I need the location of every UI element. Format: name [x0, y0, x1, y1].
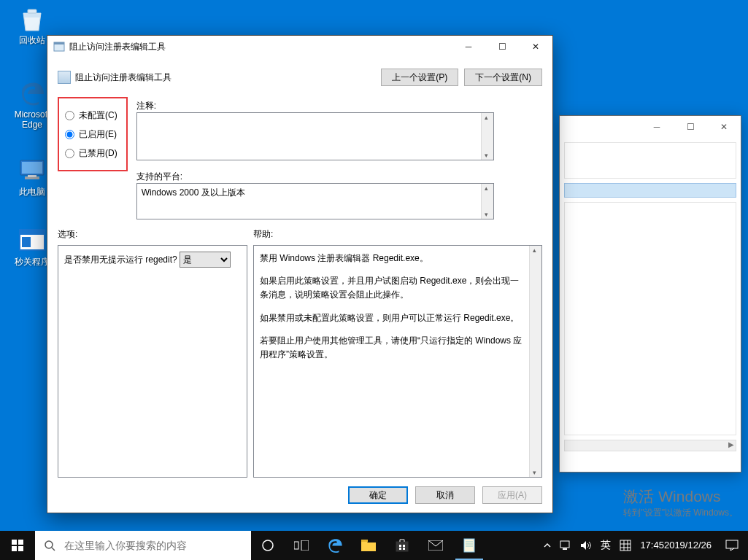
tray-notifications-icon[interactable] [716, 531, 748, 560]
maximize-button[interactable]: ☐ [485, 36, 519, 58]
svg-rect-26 [560, 541, 569, 548]
app-icon [18, 226, 47, 255]
tray-date: 2019/12/26 [664, 540, 712, 551]
platform-text: Windows 2000 及以上版本 [137, 184, 493, 219]
policy-header-title: 阻止访问注册表编辑工具 [75, 71, 375, 84]
dialog-title-icon [53, 41, 65, 52]
search-input[interactable] [64, 532, 251, 559]
policy-dialog: 阻止访问注册表编辑工具 ─ ☐ ✕ 阻止访问注册表编辑工具 上一个设置(P) 下… [47, 35, 553, 513]
config-radio-group: 未配置(C) 已启用(E) 已禁用(D) [58, 97, 128, 171]
close-button[interactable]: ✕ [707, 116, 741, 138]
policy-icon [58, 71, 71, 84]
help-text: 如果禁用或未配置此策略设置，则用户可以正常运行 Regedit.exe。 [260, 311, 525, 325]
tray-ime-indicator[interactable]: 英 [596, 531, 615, 560]
option-select-silent-regedit[interactable]: 是 [180, 252, 231, 268]
next-setting-button[interactable]: 下一个设置(N) [464, 69, 542, 86]
svg-rect-14 [301, 540, 309, 551]
help-text: 如果启用此策略设置，并且用户试图启动 Regedit.exe，则会出现一条消息，… [260, 274, 525, 302]
dialog-title: 阻止访问注册表编辑工具 [69, 41, 452, 53]
activation-watermark: 激活 Windows 转到"设置"以激活 Windows。 [623, 486, 738, 519]
dialog-titlebar: 阻止访问注册表编辑工具 ─ ☐ ✕ [47, 36, 552, 58]
ok-button[interactable]: 确定 [348, 486, 408, 504]
radio-disabled[interactable]: 已禁用(D) [65, 144, 117, 163]
taskbar-search[interactable] [35, 531, 251, 560]
label-options: 选项: [58, 228, 253, 241]
svg-rect-27 [563, 548, 567, 550]
cortana-icon[interactable] [251, 531, 285, 560]
cancel-button[interactable]: 取消 [415, 486, 475, 504]
svg-rect-33 [726, 540, 738, 548]
taskbar-app-mail[interactable] [419, 531, 452, 560]
taskbar-app-explorer[interactable] [352, 531, 385, 560]
minimize-button[interactable]: ─ [452, 36, 485, 58]
svg-rect-2 [22, 162, 42, 174]
svg-rect-9 [54, 42, 64, 44]
label-comment: 注释: [136, 97, 190, 112]
this-pc-icon [18, 156, 47, 185]
tray-volume-icon[interactable] [576, 531, 596, 560]
vertical-scrollbar[interactable] [481, 184, 493, 219]
svg-rect-13 [294, 542, 298, 549]
svg-rect-22 [464, 539, 474, 552]
taskbar-app-notepad[interactable] [452, 531, 486, 560]
tray-ime-icon[interactable] [615, 531, 636, 560]
svg-rect-28 [620, 540, 631, 551]
svg-rect-0 [28, 9, 36, 13]
svg-rect-20 [403, 548, 405, 550]
horizontal-scrollbar[interactable] [564, 440, 736, 451]
taskbar: 英 17:45 2019/12/26 [0, 531, 748, 560]
help-text: 若要阻止用户使用其他管理工具，请使用“只运行指定的 Windows 应用程序”策… [260, 334, 525, 362]
recycle-bin-icon [18, 4, 47, 34]
edge-icon [18, 79, 47, 108]
svg-rect-18 [403, 545, 405, 547]
tray-show-hidden-icon[interactable] [539, 531, 555, 560]
option-question: 是否禁用无提示运行 regedit? [64, 254, 177, 265]
background-window: ─ ☐ ✕ [559, 115, 741, 472]
svg-rect-16 [396, 542, 408, 551]
label-supported-platform: 支持的平台: [136, 168, 190, 183]
windows-logo-icon [12, 540, 23, 551]
label-help: 帮助: [253, 228, 273, 241]
vertical-scrollbar[interactable] [481, 113, 493, 160]
vertical-scrollbar[interactable] [529, 246, 541, 477]
options-pane: 是否禁用无提示运行 regedit? 是 [58, 245, 247, 478]
radio-enabled-input[interactable] [65, 130, 74, 139]
radio-not-configured-input[interactable] [65, 111, 74, 120]
svg-rect-6 [20, 230, 45, 235]
radio-not-configured[interactable]: 未配置(C) [65, 106, 117, 125]
apply-button[interactable]: 应用(A) [482, 486, 542, 504]
platform-textarea: Windows 2000 及以上版本 [136, 183, 494, 219]
comment-textarea[interactable] [136, 112, 494, 160]
svg-rect-17 [399, 545, 401, 547]
taskbar-app-edge[interactable] [318, 531, 352, 560]
maximize-button[interactable]: ☐ [674, 116, 707, 138]
svg-rect-15 [361, 540, 368, 542]
tray-time: 17:45 [640, 540, 664, 551]
tray-clock[interactable]: 17:45 2019/12/26 [636, 531, 716, 560]
svg-line-11 [52, 548, 55, 551]
tray-network-icon[interactable] [555, 531, 576, 560]
taskbar-app-store[interactable] [385, 531, 419, 560]
help-pane: 禁用 Windows 注册表编辑器 Regedit.exe。 如果启用此策略设置… [253, 245, 542, 478]
minimize-button[interactable]: ─ [640, 116, 674, 138]
task-view-icon[interactable] [285, 531, 318, 560]
radio-enabled[interactable]: 已启用(E) [65, 125, 117, 144]
help-text: 禁用 Windows 注册表编辑器 Regedit.exe。 [260, 252, 525, 265]
close-button[interactable]: ✕ [519, 36, 552, 58]
svg-rect-7 [22, 237, 31, 247]
svg-rect-4 [28, 175, 36, 177]
search-icon [35, 540, 64, 551]
svg-point-10 [45, 541, 53, 548]
svg-rect-19 [399, 548, 401, 550]
prev-setting-button[interactable]: 上一个设置(P) [381, 69, 458, 86]
radio-disabled-input[interactable] [65, 149, 74, 158]
svg-point-12 [263, 540, 273, 551]
start-button[interactable] [0, 531, 35, 560]
